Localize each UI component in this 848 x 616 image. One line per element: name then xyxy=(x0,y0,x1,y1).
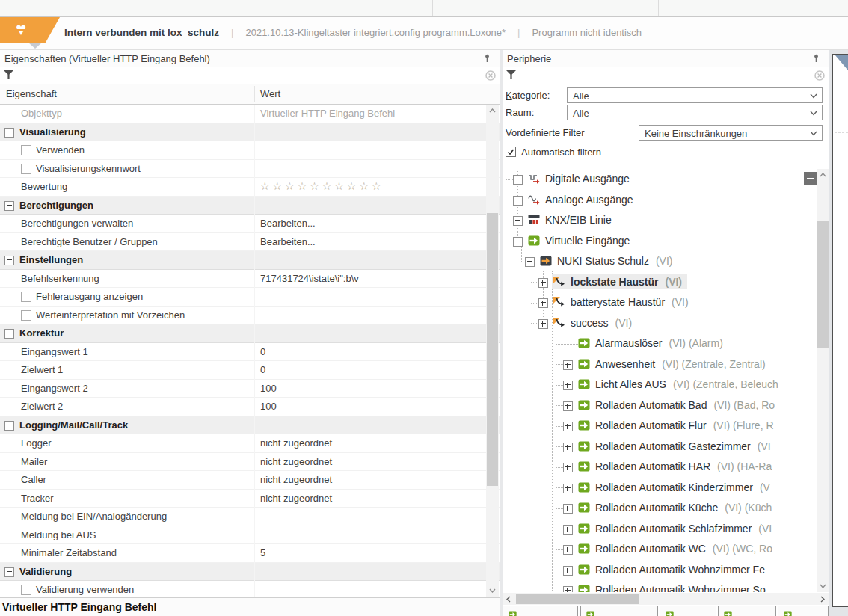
property-row-werteinterpretation-mit-vorzeichen[interactable]: Werteinterpretation mit Vorzeichen xyxy=(0,307,500,325)
property-value[interactable]: 0 xyxy=(260,364,265,375)
property-value[interactable]: 0 xyxy=(260,346,265,357)
property-value[interactable]: 717431724\istate\i":b\v xyxy=(260,273,359,284)
property-row-mailer[interactable]: Mailernicht zugeordnet xyxy=(0,453,500,472)
tree-item-content-selected[interactable]: lockstate Haustür(VI) xyxy=(552,274,687,289)
collapse-box[interactable] xyxy=(4,128,14,138)
property-value[interactable]: nicht zugeordnet xyxy=(260,493,332,504)
checkbox-unchecked[interactable] xyxy=(21,585,31,595)
tree-item-content[interactable]: Rolladen Automatik Wohnzimmer So xyxy=(577,582,771,593)
loxone-health-logo[interactable]: ♥ xyxy=(0,17,60,43)
tree-item-rolladen-automatik-wohnzimmer-so[interactable]: Rolladen Automatik Wohnzimmer So xyxy=(503,580,817,592)
property-row-eingangswert-2[interactable]: Eingangswert 2100 xyxy=(0,380,500,398)
tree-item-nuki-status-schulz[interactable]: NUKI Status Schulz(VI) xyxy=(503,251,817,272)
checkbox-unchecked[interactable] xyxy=(21,164,31,174)
property-value[interactable]: 100 xyxy=(260,383,277,394)
expand-box[interactable] xyxy=(563,525,573,535)
tree-vertical-scrollbar[interactable] xyxy=(817,169,829,592)
tree-item-analoge-ausg-nge[interactable]: Analoge Ausgänge xyxy=(503,190,817,211)
tree-item-content[interactable]: Virtuelle Eingänge xyxy=(526,232,635,248)
collapse-box[interactable] xyxy=(4,329,14,339)
bottom-tab-3[interactable] xyxy=(660,606,716,616)
program-page[interactable] xyxy=(832,54,848,607)
bottom-tab-1[interactable] xyxy=(503,606,578,616)
scroll-down-arrow[interactable] xyxy=(486,585,499,597)
column-header-wert[interactable]: Wert xyxy=(260,88,280,99)
checkbox-unchecked[interactable] xyxy=(21,145,31,155)
property-row-eingangswert-1[interactable]: Eingangswert 10 xyxy=(0,343,500,362)
property-group-einstellungen[interactable]: Einstellungen xyxy=(0,251,500,270)
scrollbar-thumb[interactable] xyxy=(516,594,639,604)
property-row-meldung-bei-aus[interactable]: Meldung bei AUS xyxy=(0,526,500,545)
expand-box[interactable] xyxy=(513,175,523,185)
tree-item-rolladen-automatik-kinderzimmer[interactable]: Rolladen Automatik Kinderzimmer(V xyxy=(503,478,817,499)
tree-item-success[interactable]: success(VI) xyxy=(503,313,817,334)
property-row-zielwert-2[interactable]: Zielwert 2100 xyxy=(0,398,500,416)
properties-vertical-scrollbar[interactable] xyxy=(486,105,499,597)
property-group-validierung[interactable]: Validierung xyxy=(0,563,500,582)
expand-box[interactable] xyxy=(563,401,573,411)
property-row-caller[interactable]: Callernicht zugeordnet xyxy=(0,471,500,490)
property-row-minimaler-zeitabstand[interactable]: Minimaler Zeitabstand5 xyxy=(0,544,500,563)
expand-box[interactable] xyxy=(513,216,523,226)
property-row-tracker[interactable]: Trackernicht zugeordnet xyxy=(0,490,500,508)
collapse-box[interactable] xyxy=(4,421,14,431)
tree-item-anwesenheit[interactable]: Anwesenheit(VI) (Zentrale, Zentral) xyxy=(503,354,817,375)
expand-box[interactable] xyxy=(563,545,573,555)
pin-icon[interactable] xyxy=(811,54,821,64)
collapse-box[interactable] xyxy=(513,237,523,247)
clear-filter-icon[interactable] xyxy=(485,70,496,81)
bottom-tab-2[interactable] xyxy=(580,606,658,616)
property-row-berechtigungen-verwalten[interactable]: Berechtigungen verwaltenBearbeiten... xyxy=(0,215,500,233)
tree-item-content[interactable]: KNX/EIB Linie xyxy=(526,212,617,228)
property-group-berechtigungen[interactable]: Berechtigungen xyxy=(0,197,500,215)
tree-item-content[interactable]: NUKI Status Schulz(VI) xyxy=(538,253,678,269)
expand-box[interactable] xyxy=(513,196,523,206)
checkbox-unchecked[interactable] xyxy=(21,310,31,321)
tree-item-content[interactable]: success(VI) xyxy=(552,315,637,330)
property-value[interactable]: Bearbeiten... xyxy=(260,218,316,229)
checkbox-unchecked[interactable] xyxy=(21,292,31,302)
tree-item-licht-alles-aus[interactable]: Licht Alles AUS(VI) (Zentrale, Beleuch xyxy=(503,375,817,395)
tree-item-alarmausl-ser[interactable]: Alarmauslöser(VI) (Alarm) xyxy=(503,333,817,354)
property-row-objekttyp[interactable]: ObjekttypVirtueller HTTP Eingang Befehl xyxy=(0,105,500,123)
bottom-tab-4[interactable] xyxy=(718,606,776,616)
scrollbar-thumb[interactable] xyxy=(817,221,829,348)
property-value[interactable]: nicht zugeordnet xyxy=(260,456,332,467)
expand-box[interactable] xyxy=(563,443,573,452)
scroll-down-arrow[interactable] xyxy=(817,580,829,592)
property-row-fehlerausgang-anzeigen[interactable]: Fehlerausgang anzeigen xyxy=(0,288,500,307)
kategorie-dropdown[interactable]: Alle xyxy=(567,87,823,103)
expand-box[interactable] xyxy=(563,381,573,390)
tree-item-content[interactable]: Rolladen Automatik Schlafzimmer(VI xyxy=(577,520,777,536)
collapse-box[interactable] xyxy=(4,567,14,577)
tree-item-knx-eib-linie[interactable]: KNX/EIB Linie xyxy=(503,210,817,231)
property-value[interactable]: 100 xyxy=(260,401,277,412)
clear-filter-icon[interactable] xyxy=(814,70,825,81)
property-group-logging-mail-call-track[interactable]: Logging/Mail/Call/Track xyxy=(0,416,500,435)
tree-item-content[interactable]: Rolladen Automatik Flur(VI) (Flure, R xyxy=(577,418,779,434)
expand-box[interactable] xyxy=(538,319,548,329)
scroll-up-arrow[interactable] xyxy=(486,105,499,117)
expand-box[interactable] xyxy=(563,422,573,431)
properties-filter-input[interactable] xyxy=(0,67,500,84)
property-row-meldung-bei-ein-analog-nderung[interactable]: Meldung bei EIN/Analogänderung xyxy=(0,508,500,526)
tree-item-content[interactable]: Digitale Ausgänge xyxy=(526,171,635,187)
tree-item-content[interactable]: Rolladen Automatik Wohnzimmer Fe xyxy=(577,561,770,577)
tree-item-virtuelle-eing-nge[interactable]: Virtuelle Eingänge xyxy=(503,231,817,252)
property-row-berechtigte-benutzer-gruppen[interactable]: Berechtigte Benutzer / GruppenBearbeiten… xyxy=(0,233,500,252)
tree-item-rolladen-automatik-k-che[interactable]: Rolladen Automatik Küche(VI) (Küch xyxy=(503,498,817,519)
column-divider[interactable] xyxy=(254,86,255,102)
property-row-befehlserkennung[interactable]: Befehlserkennung717431724\istate\i":b\v xyxy=(0,270,500,289)
tree-item-batterystate-haust-r[interactable]: batterystate Haustür(VI) xyxy=(503,292,817,313)
tree-horizontal-scrollbar[interactable] xyxy=(503,593,829,605)
tree-item-content[interactable]: Rolladen Automatik WC(VI) (WC, Ro xyxy=(577,541,778,557)
expand-box[interactable] xyxy=(563,463,573,472)
tree-item-rolladen-automatik-schlafzimmer[interactable]: Rolladen Automatik Schlafzimmer(VI xyxy=(503,519,817,540)
tree-item-rolladen-automatik-flur[interactable]: Rolladen Automatik Flur(VI) (Flure, R xyxy=(503,416,817,437)
tree-item-content[interactable]: Rolladen Automatik HAR(VI) (HA-Ra xyxy=(577,459,777,475)
collapse-box[interactable] xyxy=(4,256,14,265)
tree-item-content[interactable]: Alarmauslöser(VI) (Alarm) xyxy=(577,336,728,351)
property-row-bewertung[interactable]: Bewertung☆☆☆☆☆☆☆☆☆☆ xyxy=(0,178,500,197)
scrollbar-thumb[interactable] xyxy=(487,213,498,486)
collapse-box[interactable] xyxy=(4,201,14,211)
